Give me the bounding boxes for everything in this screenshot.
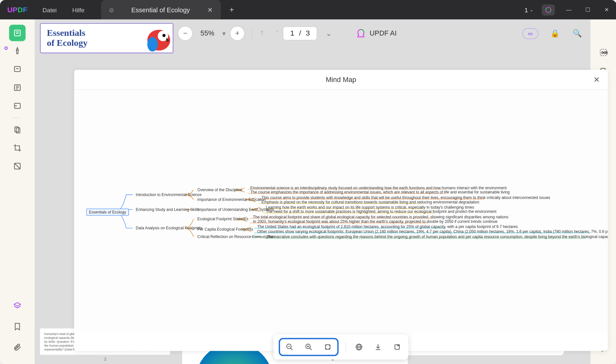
tab-title: Essential of Ecology bbox=[131, 6, 190, 14]
left-sidebar bbox=[0, 19, 35, 364]
mm-leaf: Emphasis is placed on the necessity for … bbox=[260, 200, 481, 205]
mm-b3[interactable]: Data Analysis on Ecological Footprints bbox=[134, 225, 204, 231]
mm-leaf: The total ecological footprint and share… bbox=[251, 214, 510, 219]
mm-leaf: The course emphasizes the importance of … bbox=[249, 190, 512, 195]
zoom-dropdown-icon[interactable]: ▾ bbox=[222, 29, 226, 38]
svg-rect-5 bbox=[16, 50, 18, 54]
new-tab-button[interactable]: + bbox=[229, 5, 234, 14]
edit-text-icon[interactable] bbox=[9, 79, 26, 96]
titlebar: UPDF Datei Hilfe ⊘ Essential of Ecology … bbox=[0, 0, 616, 19]
menu-help[interactable]: Hilfe bbox=[65, 6, 92, 13]
redact-icon[interactable] bbox=[9, 158, 26, 174]
prev-page-icon[interactable]: ˄ bbox=[275, 29, 279, 38]
mm-b3c3[interactable]: Critical Reflection on Resource Consumpt… bbox=[196, 234, 277, 239]
thumb-page-number: 3 bbox=[40, 357, 170, 362]
comment-icon[interactable] bbox=[9, 61, 26, 78]
close-window-button[interactable]: ✕ bbox=[597, 0, 616, 19]
ai-infinity-pill[interactable]: ∞ bbox=[522, 28, 538, 39]
maximize-button[interactable]: ☐ bbox=[578, 0, 597, 19]
next-page-icon[interactable]: ⌄ bbox=[326, 29, 331, 38]
close-icon[interactable]: ✕ bbox=[207, 6, 213, 14]
mm-leaf: The narrative concludes with questions r… bbox=[265, 234, 608, 239]
mindmap-title: Mind Map bbox=[326, 76, 356, 83]
updf-ai-logo-icon bbox=[356, 28, 366, 38]
mm-leaf: The United States had an ecological foot… bbox=[256, 224, 519, 229]
search-icon[interactable]: 🔍 bbox=[573, 29, 582, 38]
svg-line-33 bbox=[290, 348, 292, 350]
attachment-icon[interactable] bbox=[9, 339, 26, 356]
mm-b3c1[interactable]: Ecological Footprint Statistics bbox=[196, 216, 250, 222]
mm-b2[interactable]: Enhancing Study and Learning Skills bbox=[134, 207, 201, 212]
zoom-value: 55% bbox=[197, 29, 218, 37]
document-toolbar: − 55% ▾ + ⤒ ˄ 1 / 3 ⌄ UPDF AI ∞ 🔒 bbox=[178, 23, 586, 44]
svg-line-36 bbox=[310, 348, 312, 350]
window-count-badge[interactable]: 1⌄ bbox=[525, 6, 533, 13]
mm-web-icon[interactable] bbox=[353, 341, 365, 353]
mindmap-toolbar bbox=[274, 334, 409, 359]
bookmark-icon[interactable] bbox=[9, 318, 26, 335]
reader-mode-icon[interactable] bbox=[9, 25, 26, 41]
page-indicator[interactable]: 1 / 3 bbox=[283, 26, 317, 40]
page-thumbnail[interactable]: Essentials of Ecology bbox=[40, 23, 174, 53]
lock-icon[interactable]: 🔒 bbox=[550, 29, 559, 38]
first-page-icon[interactable]: ⤒ bbox=[259, 29, 265, 38]
document-tab[interactable]: ⊘ Essential of Ecology ✕ bbox=[101, 0, 221, 19]
zoom-in-button[interactable]: + bbox=[230, 26, 245, 41]
indicator-dot bbox=[4, 47, 8, 50]
mm-zoom-in-icon[interactable] bbox=[303, 341, 315, 353]
svg-text:OCR: OCR bbox=[601, 51, 608, 54]
mm-leaf: Other countries show varying ecological … bbox=[256, 229, 608, 234]
menu-file[interactable]: Datei bbox=[35, 6, 64, 13]
app-logo: UPDF bbox=[0, 5, 35, 14]
document-icon: ⊘ bbox=[109, 6, 114, 13]
crop-icon[interactable] bbox=[9, 140, 26, 156]
mm-b3c2[interactable]: Per Capita Ecological Footprints bbox=[196, 227, 255, 232]
mm-leaf: The need for a shift to more sustainable… bbox=[264, 209, 498, 214]
mm-b1c2[interactable]: Importance of Environmental Education bbox=[196, 197, 267, 202]
svg-point-18 bbox=[147, 37, 158, 52]
mindmap-zoom-group bbox=[279, 338, 339, 356]
zoom-out-button[interactable]: − bbox=[178, 26, 193, 41]
mindmap-canvas[interactable]: Essentials of Ecology Introduction to En… bbox=[74, 90, 608, 333]
svg-point-10 bbox=[16, 106, 16, 106]
form-icon[interactable] bbox=[9, 98, 26, 114]
mm-leaf: In 2003, humanity's ecological footprint… bbox=[251, 219, 499, 224]
layers-icon[interactable] bbox=[9, 297, 26, 314]
mm-b1[interactable]: Introduction to Environmental Science bbox=[134, 192, 203, 197]
mm-root[interactable]: Essentials of Ecology bbox=[86, 209, 129, 215]
ocr-icon[interactable]: OCR bbox=[597, 46, 611, 59]
mm-b1c1[interactable]: Overview of the Discipline bbox=[196, 187, 244, 192]
mm-export-icon[interactable] bbox=[391, 341, 403, 353]
mindmap-modal: Mind Map ✕ bbox=[74, 70, 608, 351]
ai-chip-icon[interactable] bbox=[542, 4, 555, 16]
highlight-icon[interactable] bbox=[9, 43, 26, 59]
mm-zoom-out-icon[interactable] bbox=[284, 341, 296, 353]
close-icon[interactable]: ✕ bbox=[593, 75, 600, 85]
ai-panel-title: UPDF AI bbox=[370, 29, 397, 37]
mm-fit-icon[interactable] bbox=[322, 341, 334, 353]
minimize-button[interactable]: — bbox=[559, 0, 578, 19]
organize-pages-icon[interactable] bbox=[9, 121, 26, 138]
mm-download-icon[interactable] bbox=[372, 341, 384, 353]
svg-line-14 bbox=[15, 163, 20, 169]
parrot-illustration bbox=[143, 26, 174, 52]
svg-point-17 bbox=[162, 34, 166, 37]
